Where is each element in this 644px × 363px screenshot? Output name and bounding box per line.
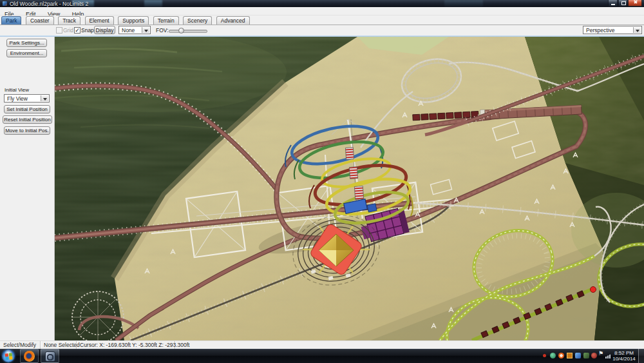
tray-blue-icon[interactable] — [575, 353, 581, 358]
park-panel: Park Settings... Environment... Initial … — [0, 37, 55, 340]
windows-taskbar: ⚑ 8:52 PM 10/4/2014 — [0, 349, 644, 363]
tab-element[interactable]: Element — [85, 16, 114, 25]
display-button[interactable]: Display — [94, 26, 115, 34]
tab-coaster[interactable]: Coaster — [26, 16, 54, 25]
tray-flag-icon[interactable]: ⚑ — [598, 351, 604, 357]
snap-label: Snap — [81, 27, 94, 34]
maximize-button[interactable] — [618, 0, 627, 6]
title-bar[interactable]: Old Woodie.nl2park - NoLimits 2 — [0, 0, 644, 7]
minimize-icon — [611, 4, 615, 5]
tray-orange-square-icon[interactable] — [567, 353, 573, 358]
initial-view-dropdown[interactable]: Fly View — [4, 94, 50, 103]
toolbar: Grid ✓ Snap Display None FOV: Perspectiv… — [0, 25, 644, 35]
editor-3d-viewport[interactable] — [55, 37, 644, 340]
tab-scenery[interactable]: Scenery — [183, 16, 212, 25]
taskbar-clock[interactable]: 8:52 PM 10/4/2014 — [611, 350, 637, 362]
tray-red-dot-icon[interactable] — [543, 354, 546, 357]
clock-time: 8:52 PM — [611, 350, 637, 356]
tab-track[interactable]: Track — [58, 16, 80, 25]
application-window: Old Woodie.nl2park - NoLimits 2 File Edi… — [0, 0, 644, 363]
park-settings-button[interactable]: Park Settings... — [6, 39, 47, 47]
tab-supports[interactable]: Supports — [118, 16, 149, 25]
view-projection-dropdown[interactable]: Perspective — [583, 26, 642, 34]
chevron-down-icon — [142, 27, 149, 33]
tab-advanced[interactable]: Advanced — [216, 16, 250, 25]
grid-checkbox[interactable] — [56, 27, 62, 34]
menu-bar: File Edit View Help — [0, 7, 644, 15]
status-bar: Select/Modify None Selected Cursor: X: -… — [0, 340, 644, 349]
show-desktop-button[interactable] — [638, 349, 644, 363]
tab-terrain[interactable]: Terrain — [153, 16, 179, 25]
reset-initial-position-button[interactable]: Reset Initial Position — [3, 115, 52, 124]
taskbar-nolimits-button[interactable] — [41, 349, 59, 363]
fov-slider-thumb[interactable] — [178, 28, 184, 34]
set-initial-position-button[interactable]: Set Initial Position — [4, 105, 50, 113]
environment-button[interactable]: Environment... — [6, 49, 47, 57]
clock-date: 10/4/2014 — [611, 356, 637, 362]
firefox-icon — [24, 351, 35, 362]
chevron-down-icon — [633, 27, 641, 33]
fov-label: FOV: — [156, 27, 169, 34]
aero-reflection — [444, 0, 483, 7]
grid-label: Grid — [63, 27, 73, 34]
tab-park[interactable]: Park — [1, 16, 21, 25]
window-title: Old Woodie.nl2park - NoLimits 2 — [10, 1, 88, 7]
nolimits-editor-icon — [45, 351, 55, 362]
taskbar-firefox-button[interactable] — [20, 349, 39, 363]
windows-logo-icon — [5, 353, 12, 360]
fov-slider[interactable] — [169, 30, 207, 33]
initial-view-label: Initial View — [5, 87, 29, 93]
snap-checkbox[interactable]: ✓ — [74, 27, 80, 34]
tray-network-icon[interactable] — [605, 354, 611, 358]
display-mode-dropdown[interactable]: None — [118, 26, 151, 34]
app-icon — [3, 1, 7, 6]
maximize-icon — [621, 1, 626, 5]
aero-reflection — [144, 0, 162, 7]
tab-bar: Park Coaster Track Element Supports Terr… — [0, 15, 644, 25]
move-to-initial-pos-button[interactable]: Move to Initial Pos. — [4, 126, 50, 135]
minimize-button[interactable] — [608, 0, 618, 6]
tray-dim-green-icon[interactable] — [583, 353, 589, 358]
tray-green-icon[interactable] — [550, 353, 556, 358]
chevron-down-icon — [41, 95, 48, 101]
close-button[interactable] — [628, 0, 642, 6]
tray-dark-red-icon[interactable] — [591, 353, 597, 358]
start-button[interactable] — [2, 349, 15, 362]
tray-orange-ring-icon[interactable] — [558, 353, 564, 358]
